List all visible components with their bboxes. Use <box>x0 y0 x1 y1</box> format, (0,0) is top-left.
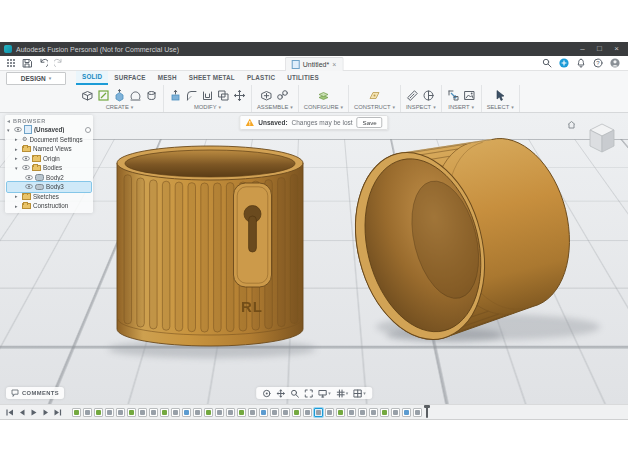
timeline-sketch-icon[interactable] <box>237 408 246 417</box>
timeline-feature-icon[interactable] <box>105 408 114 417</box>
document-tab[interactable]: Untitled* × <box>285 57 344 71</box>
fit-icon[interactable] <box>304 389 313 398</box>
app-grid-icon[interactable] <box>6 58 16 68</box>
display-settings-icon[interactable] <box>318 389 327 398</box>
timeline-feature-icon[interactable] <box>138 408 147 417</box>
joint-icon[interactable] <box>276 89 289 102</box>
new-component-assemble-icon[interactable] <box>260 89 273 102</box>
avatar[interactable] <box>610 58 620 68</box>
visibility-eye-icon[interactable] <box>25 175 33 180</box>
timeline-feature-icon[interactable] <box>116 408 125 417</box>
timeline-sketch-icon[interactable] <box>292 408 301 417</box>
minimize-button[interactable]: – <box>575 43 590 55</box>
construction-plane-icon[interactable] <box>368 89 381 102</box>
timeline-feature-icon[interactable] <box>413 408 422 417</box>
press-pull-icon[interactable] <box>169 89 182 102</box>
tab-plastic[interactable]: PLASTIC <box>241 71 281 85</box>
canvas-icon[interactable] <box>463 89 476 102</box>
maximize-button[interactable]: □ <box>592 43 607 55</box>
browser-item-document-settings[interactable]: ▸ ⚙ Document Settings <box>7 135 91 145</box>
browser-root-row[interactable]: ▾ (Unsaved) <box>7 125 91 135</box>
timeline-sketch-icon[interactable] <box>72 408 81 417</box>
timeline-fillet-icon[interactable] <box>402 408 411 417</box>
group-inspect-label[interactable]: INSPECT <box>406 104 431 110</box>
group-create-label[interactable]: CREATE <box>106 104 129 110</box>
home-icon[interactable] <box>567 120 576 129</box>
tab-utilities[interactable]: UTILITIES <box>281 71 325 85</box>
viewports-icon[interactable] <box>353 389 362 398</box>
timeline-fillet-icon[interactable] <box>182 408 191 417</box>
timeline-position-marker[interactable] <box>426 406 428 418</box>
browser-item-bodies[interactable]: ▾ Bodies <box>7 163 91 173</box>
fillet-icon[interactable] <box>185 89 198 102</box>
redo-icon[interactable] <box>54 58 64 68</box>
extrude-icon[interactable] <box>113 89 126 102</box>
skip-to-start-icon[interactable] <box>5 408 14 417</box>
timeline-sketch-icon[interactable] <box>160 408 169 417</box>
zoom-icon[interactable] <box>290 389 299 398</box>
expand-icon[interactable]: ▾ <box>15 165 20 171</box>
tab-sheet-metal[interactable]: SHEET METAL <box>183 71 241 85</box>
save-button[interactable]: Save <box>357 117 383 128</box>
timeline-feature-icon[interactable] <box>303 408 312 417</box>
shell-icon[interactable] <box>201 89 214 102</box>
hole-icon[interactable] <box>145 89 158 102</box>
orbit-icon[interactable] <box>262 389 271 398</box>
group-modify-label[interactable]: MODIFY <box>194 104 217 110</box>
group-configure-label[interactable]: CONFIGURE <box>304 104 339 110</box>
active-component-radio[interactable] <box>85 127 92 134</box>
timeline-sketch-icon[interactable] <box>380 408 389 417</box>
extensions-icon[interactable] <box>559 58 569 68</box>
configuration-icon[interactable] <box>317 89 330 102</box>
tab-surface[interactable]: SURFACE <box>108 71 152 85</box>
notifications-icon[interactable] <box>576 58 586 68</box>
step-forward-icon[interactable] <box>41 408 50 417</box>
timeline-feature-icon[interactable] <box>270 408 279 417</box>
tab-mesh[interactable]: MESH <box>152 71 183 85</box>
search-icon[interactable] <box>542 58 552 68</box>
workspace-selector[interactable]: DESIGN ▾ <box>6 72 66 85</box>
browser-item-sketches[interactable]: ▸ Sketches <box>7 192 91 202</box>
viewcube[interactable] <box>582 118 622 160</box>
timeline-feature-icon[interactable] <box>358 408 367 417</box>
tab-close-icon[interactable]: × <box>332 61 336 68</box>
help-icon[interactable]: ? <box>593 58 603 68</box>
timeline-feature-icon[interactable] <box>248 408 257 417</box>
new-component-icon[interactable] <box>81 89 94 102</box>
timeline-feature-icon[interactable] <box>171 408 180 417</box>
model-canvas[interactable]: RL <box>0 113 628 404</box>
collapse-browser-icon[interactable]: ◂ <box>7 117 10 124</box>
group-insert-label[interactable]: INSERT <box>448 104 469 110</box>
pan-icon[interactable] <box>276 389 285 398</box>
move-icon[interactable] <box>233 89 246 102</box>
viewport[interactable]: RL <box>0 113 628 404</box>
select-cursor-icon[interactable] <box>494 89 507 102</box>
grid-settings-icon[interactable] <box>336 389 345 398</box>
browser-item-body3[interactable]: Body3 <box>7 182 91 192</box>
timeline-feature-icon[interactable] <box>347 408 356 417</box>
step-back-icon[interactable] <box>17 408 26 417</box>
timeline-feature-icon[interactable] <box>226 408 235 417</box>
left-cup-body[interactable]: RL <box>117 146 303 346</box>
combine-icon[interactable] <box>217 89 230 102</box>
browser-item-body2[interactable]: Body2 <box>7 173 91 183</box>
insert-derive-icon[interactable] <box>447 89 460 102</box>
timeline-feature-icon[interactable] <box>325 408 334 417</box>
browser-item-construction[interactable]: ▸ Construction <box>7 201 91 211</box>
timeline-feature-icon[interactable] <box>149 408 158 417</box>
visibility-eye-icon[interactable] <box>25 184 33 189</box>
timeline-feature-icon[interactable] <box>83 408 92 417</box>
expand-icon[interactable]: ▸ <box>15 155 20 161</box>
timeline-feature-icon[interactable] <box>193 408 202 417</box>
timeline-sketch-icon[interactable] <box>94 408 103 417</box>
timeline-feature-icon[interactable] <box>391 408 400 417</box>
expand-icon[interactable]: ▸ <box>15 203 20 209</box>
expand-icon[interactable]: ▸ <box>15 146 20 152</box>
expand-icon[interactable]: ▸ <box>15 193 20 199</box>
timeline-feature-icon[interactable] <box>369 408 378 417</box>
timeline-feature-icon[interactable] <box>314 408 323 417</box>
timeline-sketch-icon[interactable] <box>127 408 136 417</box>
expand-icon[interactable]: ▸ <box>15 136 20 142</box>
skip-to-end-icon[interactable] <box>53 408 62 417</box>
save-icon[interactable] <box>22 58 32 68</box>
